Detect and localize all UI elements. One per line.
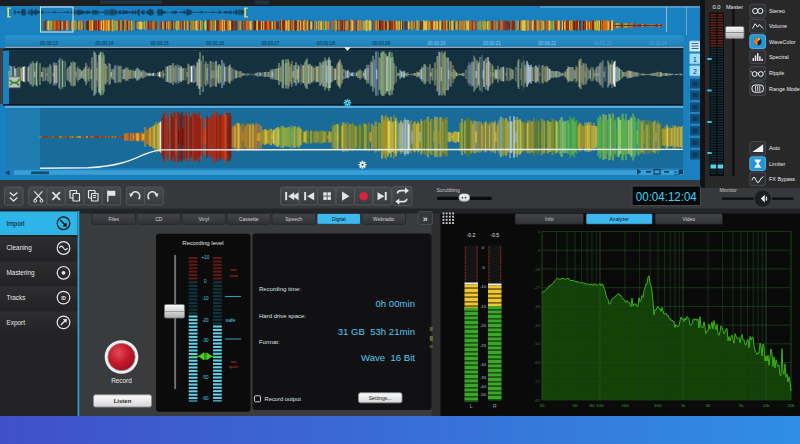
svg-text:Import: Import: [7, 220, 25, 228]
svg-text:Master: Master: [726, 4, 743, 10]
svg-text:Hard drive space:: Hard drive space:: [259, 313, 306, 319]
svg-text:-0.2: -0.2: [467, 232, 476, 238]
svg-text:31 GB 53h 21min: 31 GB 53h 21min: [338, 326, 415, 337]
svg-text:-10: -10: [480, 284, 487, 289]
svg-text:-50: -50: [202, 375, 209, 380]
svg-text:Cleaning: Cleaning: [7, 244, 33, 252]
svg-text:-27: -27: [534, 285, 541, 290]
svg-text:Monitor: Monitor: [720, 187, 738, 193]
svg-text:Spectral: Spectral: [769, 54, 789, 60]
svg-text:-54: -54: [534, 341, 541, 346]
svg-text:00:00:22: 00:00:22: [538, 41, 556, 46]
svg-text:-40: -40: [480, 384, 487, 389]
svg-text:Mastering: Mastering: [7, 269, 36, 277]
svg-text:-36: -36: [534, 304, 541, 309]
svg-text:Volume: Volume: [769, 23, 787, 29]
svg-text:10k: 10k: [762, 403, 770, 408]
svg-text:Export: Export: [7, 319, 26, 327]
svg-text:»: »: [423, 214, 428, 224]
svg-text:-25: -25: [480, 343, 487, 348]
svg-text:0h 00min: 0h 00min: [376, 298, 415, 309]
svg-text:Speech: Speech: [285, 216, 302, 222]
svg-text:-20: -20: [480, 323, 487, 328]
svg-text:Vinyl: Vinyl: [198, 216, 209, 222]
svg-text:-20: -20: [202, 318, 209, 323]
svg-text:Settings...: Settings...: [369, 395, 392, 401]
svg-text:00:00:23: 00:00:23: [594, 41, 612, 46]
svg-text:too: too: [231, 359, 237, 364]
svg-text:00:00:24: 00:00:24: [649, 41, 667, 46]
svg-text:Wave 16 Bit: Wave 16 Bit: [361, 352, 415, 363]
svg-text:2: 2: [693, 68, 697, 75]
svg-text:ID: ID: [61, 296, 66, 301]
svg-text:L: L: [470, 403, 473, 409]
svg-text:Range Mode: Range Mode: [769, 86, 800, 92]
svg-text:Video: Video: [682, 216, 695, 222]
svg-text:00:00:16: 00:00:16: [206, 41, 224, 46]
svg-text:Recording time:: Recording time:: [259, 286, 301, 292]
svg-text:Files: Files: [108, 216, 119, 222]
svg-text:Record output: Record output: [265, 396, 302, 402]
svg-text:-15: -15: [480, 304, 487, 309]
svg-text:80: 80: [590, 403, 595, 408]
svg-text:0: 0: [204, 279, 207, 284]
svg-text:-63: -63: [534, 360, 541, 365]
svg-text:0.0: 0.0: [712, 4, 720, 10]
svg-text:Limiter: Limiter: [769, 161, 785, 167]
svg-text:00:00:17: 00:00:17: [261, 41, 279, 46]
svg-text:200: 200: [621, 403, 629, 408]
svg-text:Scrubbing: Scrubbing: [437, 187, 460, 193]
svg-text:00:00:20: 00:00:20: [428, 41, 446, 46]
svg-text:1k: 1k: [681, 403, 686, 408]
svg-text:+10: +10: [201, 255, 209, 260]
svg-text:Listen: Listen: [114, 398, 132, 404]
svg-text:-10: -10: [202, 296, 209, 301]
svg-text:R: R: [493, 403, 497, 409]
svg-text:WaveColor: WaveColor: [769, 39, 796, 45]
svg-text:00:00:15: 00:00:15: [151, 41, 169, 46]
svg-text:too: too: [231, 267, 237, 272]
svg-text:safe: safe: [226, 317, 236, 323]
svg-text:50: 50: [573, 403, 578, 408]
svg-text:00:04:12:04: 00:04:12:04: [636, 190, 697, 204]
svg-text:loud: loud: [230, 273, 239, 278]
svg-text:-30: -30: [202, 338, 209, 343]
svg-text:Webradio: Webradio: [373, 216, 395, 222]
svg-text:-72: -72: [534, 379, 541, 384]
svg-text:Digital: Digital: [332, 216, 346, 222]
svg-text:Stereo: Stereo: [769, 8, 785, 14]
svg-text:-35: -35: [480, 375, 487, 380]
svg-text:Tracks: Tracks: [7, 294, 26, 301]
svg-text:Auto: Auto: [769, 145, 780, 151]
svg-text:Cassette: Cassette: [239, 216, 259, 222]
svg-text:20: 20: [540, 403, 545, 408]
svg-text:-50: -50: [480, 392, 487, 397]
svg-text:Info: Info: [545, 216, 554, 222]
svg-text:Ripple: Ripple: [769, 70, 784, 76]
svg-text:-18: -18: [534, 267, 541, 272]
svg-text:20k: 20k: [787, 403, 795, 408]
svg-text:-0.5: -0.5: [490, 232, 499, 238]
svg-text:-30: -30: [480, 362, 487, 367]
svg-text:00:00:19: 00:00:19: [372, 41, 390, 46]
svg-text:quiet: quiet: [229, 364, 239, 369]
svg-text:Record: Record: [111, 377, 132, 384]
svg-text:500: 500: [654, 403, 662, 408]
svg-text:Analyzer: Analyzer: [610, 216, 630, 222]
svg-text:CD: CD: [155, 216, 163, 222]
svg-text:1: 1: [693, 56, 697, 63]
svg-text:100: 100: [596, 403, 604, 408]
svg-text:00:00:21: 00:00:21: [483, 41, 501, 46]
svg-text:Format:: Format:: [259, 339, 280, 345]
svg-text:-45: -45: [534, 323, 541, 328]
svg-text:-60: -60: [202, 396, 209, 401]
svg-text:2k: 2k: [706, 403, 711, 408]
svg-text:00:00:14: 00:00:14: [95, 41, 113, 46]
svg-text:-5: -5: [481, 265, 485, 270]
svg-text:00:00:13: 00:00:13: [40, 41, 58, 46]
svg-text:00:00:18: 00:00:18: [317, 41, 335, 46]
svg-text:Recording level: Recording level: [182, 240, 223, 246]
svg-text:5k: 5k: [739, 403, 744, 408]
svg-text:FX Bypass: FX Bypass: [769, 176, 795, 182]
